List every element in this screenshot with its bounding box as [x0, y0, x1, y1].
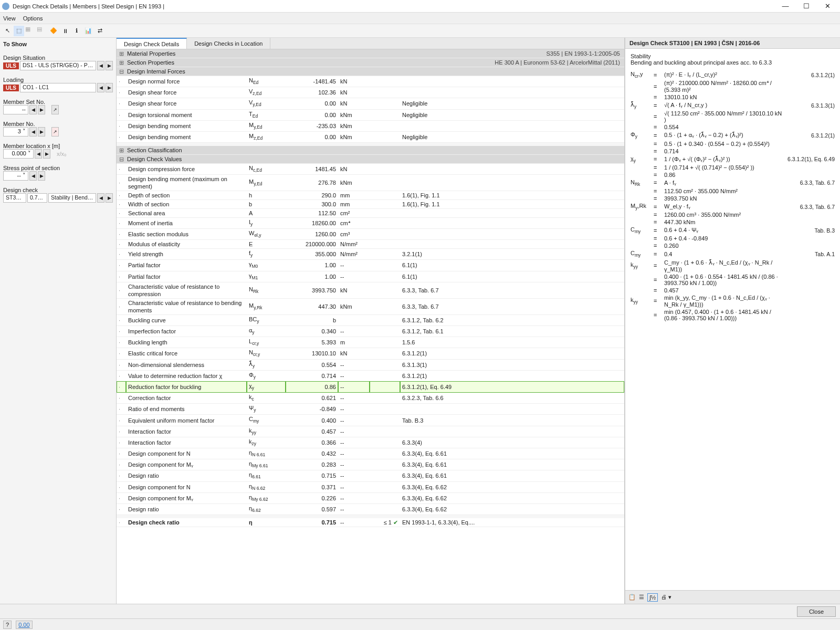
prev-button[interactable]: ◀ — [97, 83, 104, 92]
next-button[interactable]: ▶ — [106, 61, 113, 70]
tool-chart-icon[interactable]: 📊 — [83, 26, 93, 36]
table-row[interactable]: ·Design shear forceVy,Ed0.00kNNegligible — [117, 98, 624, 109]
stability-label: Stability — [631, 53, 835, 59]
print-icon[interactable]: 🖨 ▾ — [661, 594, 671, 601]
equation-row: =0.554 — [631, 124, 835, 130]
table-row[interactable]: ·Equivalent uniform moment factorCmy0.40… — [117, 415, 624, 426]
next-button[interactable]: ▶ — [38, 105, 45, 114]
prev-button[interactable]: ◀ — [97, 61, 104, 70]
section-header[interactable]: ⊞Section Classification — [117, 146, 624, 155]
menubar: View Options — [0, 13, 840, 24]
table-row[interactable]: ·Imperfection factorαy0.340--6.3.1.2, Ta… — [117, 326, 624, 337]
next-button[interactable]: ▶ — [38, 127, 45, 136]
prev-button[interactable]: ◀ — [29, 127, 37, 136]
list-icon[interactable]: ☰ — [639, 594, 644, 601]
equation-row: =0.6 + 0.4 · -0.849 — [631, 235, 835, 242]
tool-profile-icon[interactable]: ⏸ — [60, 26, 70, 36]
table-row[interactable]: ·Design component for NηN 6.620.371--6.3… — [117, 481, 624, 492]
close-window-button[interactable]: ✕ — [817, 0, 838, 13]
table-row[interactable]: ·Non-dimensional slendernessλ̄y0.554--6.… — [117, 359, 624, 370]
table-row[interactable]: ·Design torsional momentTEd0.00kNmNeglig… — [117, 109, 624, 120]
memberno-field[interactable]: 3 ˅ — [3, 127, 28, 136]
next-button[interactable]: ▶ — [106, 83, 113, 92]
minimize-button[interactable]: — — [775, 0, 796, 13]
next-button[interactable]: ▶ — [38, 171, 45, 181]
next-button[interactable]: ▶ — [43, 149, 50, 159]
left-pane: To Show Design Situation ULS DS1 - ULS (… — [0, 38, 117, 604]
prev-button[interactable]: ◀ — [35, 149, 42, 159]
table-row[interactable]: ·Ratio of end momentsΨy-0.849-- — [117, 404, 624, 415]
table-row[interactable]: ·Reduction factor for bucklingχy0.86--6.… — [117, 381, 624, 392]
loading-field[interactable]: CO1 - LC1 — [20, 83, 96, 92]
design-situation-field[interactable]: DS1 - ULS (STR/GEO) - Permanent ... — [20, 61, 96, 70]
maximize-button[interactable]: ☐ — [796, 0, 817, 13]
table-row[interactable]: ·Buckling lengthLcr,y5.393m1.5.6 — [117, 337, 624, 348]
table-row[interactable]: ·Design compression forceNc,Ed1481.45kN — [117, 163, 624, 174]
table-row[interactable]: ·Characteristic value of resistance to c… — [117, 282, 624, 298]
table-row[interactable]: ·Design bending momentMy,Ed-235.03kNm — [117, 120, 624, 131]
section-header[interactable]: ⊞Material PropertiesS355 | EN 1993-1-1:2… — [117, 49, 624, 58]
section-header[interactable]: ⊞Section PropertiesHE 300 A | Euronorm 5… — [117, 58, 624, 67]
menu-options[interactable]: Options — [23, 15, 43, 22]
table-row[interactable]: ·Elastic critical forceNcr,y13010.10kN6.… — [117, 348, 624, 359]
tool-arrow-icon[interactable]: ↖ — [2, 26, 13, 36]
next-button[interactable]: ▶ — [106, 193, 113, 203]
table-row[interactable]: ·Design bending momentMz,Ed0.00kNmNeglig… — [117, 131, 624, 142]
table-row[interactable]: ·Correction factorkc0.621--6.3.2.3, Tab.… — [117, 393, 624, 404]
memberloc-field[interactable]: 0.000 ˅ — [3, 149, 34, 159]
menu-view[interactable]: View — [3, 15, 16, 22]
table-row[interactable]: ·Modulus of elasticityE210000.000N/mm² — [117, 240, 624, 249]
table-row[interactable]: ·Design component for NηN 6.610.432--6.3… — [117, 448, 624, 459]
table-row[interactable]: ·Width of sectionb300.0mm1.6(1), Fig. 1.… — [117, 200, 624, 208]
tool-settings-icon[interactable]: ⇄ — [94, 26, 105, 36]
table-row[interactable]: ·Design normal forceNEd-1481.45kN — [117, 76, 624, 87]
close-button[interactable]: Close — [797, 606, 836, 617]
memberset-label: Member Set No. — [3, 99, 113, 105]
section-header[interactable]: ⊟Design Check Values — [117, 154, 624, 163]
table-row[interactable]: ·Sectional areaA112.50cm² — [117, 208, 624, 217]
table-row[interactable]: ·Depth of sectionh290.0mm1.6(1), Fig. 1.… — [117, 191, 624, 200]
goto-button[interactable]: ↗ — [51, 105, 59, 114]
tab-location[interactable]: Design Checks in Location — [187, 38, 270, 49]
help-icon[interactable]: ? — [3, 621, 12, 629]
table-row[interactable]: ·Design component for MᵧηMy 6.610.283--6… — [117, 459, 624, 470]
memberset-field[interactable]: -- — [3, 105, 28, 114]
tool-pointer-icon[interactable]: ⬚ — [14, 26, 24, 36]
table-row[interactable]: ·Partial factorγM01.00--6.1(1) — [117, 260, 624, 271]
loading-label: Loading — [3, 77, 113, 83]
h-scrollbar[interactable] — [625, 584, 840, 590]
table-row[interactable]: ·Design ratioη6.610.715--6.3.3(4), Eq. 6… — [117, 470, 624, 481]
uls-tag: ULS — [3, 62, 19, 69]
table-row[interactable]: ·Design component for MᵧηMy 6.620.226--6… — [117, 492, 624, 503]
tool-colors-icon[interactable]: 🔶 — [48, 26, 59, 36]
prev-button[interactable]: ◀ — [29, 105, 37, 114]
window-title: Design Check Details | Members | Steel D… — [13, 3, 164, 9]
copy-icon[interactable]: 📋 — [628, 594, 636, 601]
table-row[interactable]: ·Design ratioη6.620.597--6.3.3(4), Eq. 6… — [117, 503, 624, 514]
equation-row: =0.86 — [631, 172, 835, 178]
designcheck-label: Design check — [3, 187, 113, 193]
units-icon[interactable]: 0.00 — [16, 621, 32, 629]
table-row[interactable]: ·Partial factorγM11.00--6.1(1) — [117, 271, 624, 282]
tab-details[interactable]: Design Check Details — [117, 38, 187, 49]
table-row[interactable]: ·Characteristic value of resistance to b… — [117, 298, 624, 314]
prev-button[interactable]: ◀ — [29, 171, 37, 181]
table-row[interactable]: ·Interaction factorkzy0.366--6.3.3(4) — [117, 437, 624, 448]
tool-info-icon[interactable]: ℹ — [71, 26, 82, 36]
table-row[interactable]: ·Design bending moment (maximum on segme… — [117, 174, 624, 191]
table-row[interactable]: ·Elastic section modulusWel,y1260.00cm³ — [117, 229, 624, 240]
table-row[interactable]: ·Moment of inertiaIy18260.00cm⁴ — [117, 217, 624, 228]
section-header[interactable]: ⊟Design Internal Forces — [117, 67, 624, 76]
table-row[interactable]: ·Interaction factorkyy0.457-- — [117, 426, 624, 437]
goto-button[interactable]: ↗ — [51, 127, 59, 136]
formula-icon[interactable]: ∫½ — [647, 593, 658, 602]
table-row[interactable]: ·Value to determine reduction factor χΦy… — [117, 370, 624, 381]
table-row[interactable]: ·Buckling curveBCyb6.3.1.2, Tab. 6.2 — [117, 314, 624, 326]
designcheck-id[interactable]: ST3100 — [3, 193, 26, 203]
equation-row: =0.400 · (1 + 0.6 · 0.554 · 1481.45 kN /… — [631, 274, 835, 286]
designcheck-type[interactable]: Stability | Bending a... — [48, 193, 96, 203]
prev-button[interactable]: ◀ — [97, 193, 104, 203]
table-row[interactable]: ·Yield strengthfy355.000N/mm²3.2.1(1) — [117, 249, 624, 260]
stresspoint-field[interactable]: -- ˅ — [3, 171, 28, 181]
table-row[interactable]: ·Design shear forceVz,Ed102.36kN — [117, 87, 624, 98]
